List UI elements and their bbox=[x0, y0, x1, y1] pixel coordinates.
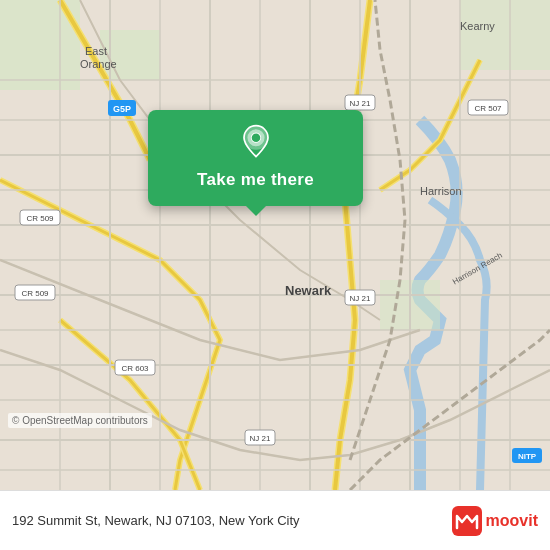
moovit-text: moovit bbox=[486, 512, 538, 530]
svg-text:NJ 21: NJ 21 bbox=[250, 434, 271, 443]
map-container: East Orange Kearny Harrison Newark G5P C… bbox=[0, 0, 550, 490]
moovit-icon bbox=[452, 506, 482, 536]
svg-text:NJ 21: NJ 21 bbox=[350, 294, 371, 303]
address-text: 192 Summit St, Newark, NJ 07103, New Yor… bbox=[12, 513, 452, 528]
location-pin-icon bbox=[238, 124, 274, 160]
svg-text:CR 603: CR 603 bbox=[121, 364, 149, 373]
popup-label: Take me there bbox=[197, 170, 314, 190]
moovit-logo: moovit bbox=[452, 506, 538, 536]
svg-text:Harrison: Harrison bbox=[420, 185, 462, 197]
svg-text:Orange: Orange bbox=[80, 58, 117, 70]
svg-text:CR 507: CR 507 bbox=[474, 104, 502, 113]
svg-text:Kearny: Kearny bbox=[460, 20, 495, 32]
svg-text:CR 509: CR 509 bbox=[21, 289, 49, 298]
svg-text:NJ 21: NJ 21 bbox=[350, 99, 371, 108]
svg-text:CR 509: CR 509 bbox=[26, 214, 54, 223]
copyright-text: © OpenStreetMap contributors bbox=[8, 413, 152, 428]
svg-text:Newark: Newark bbox=[285, 283, 332, 298]
svg-point-54 bbox=[251, 133, 260, 142]
svg-rect-3 bbox=[460, 0, 550, 70]
svg-text:NITP: NITP bbox=[518, 452, 537, 461]
popup-card[interactable]: Take me there bbox=[148, 110, 363, 206]
svg-text:G5P: G5P bbox=[113, 104, 131, 114]
bottom-bar: 192 Summit St, Newark, NJ 07103, New Yor… bbox=[0, 490, 550, 550]
svg-text:East: East bbox=[85, 45, 107, 57]
